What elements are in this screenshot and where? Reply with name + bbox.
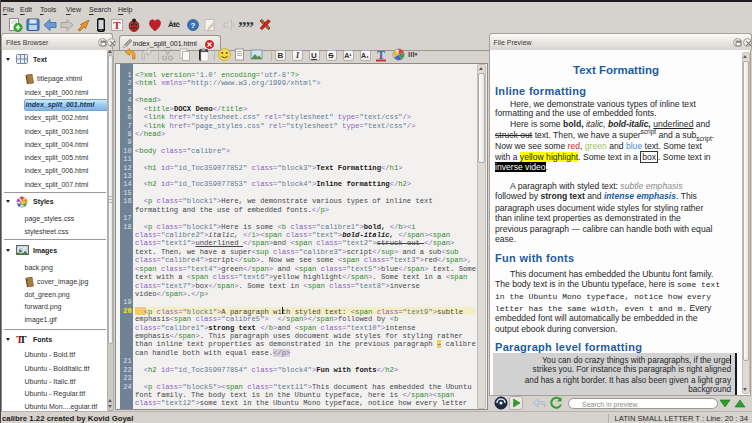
- svg-text:?: ?: [190, 21, 195, 30]
- svg-text:T: T: [113, 19, 121, 31]
